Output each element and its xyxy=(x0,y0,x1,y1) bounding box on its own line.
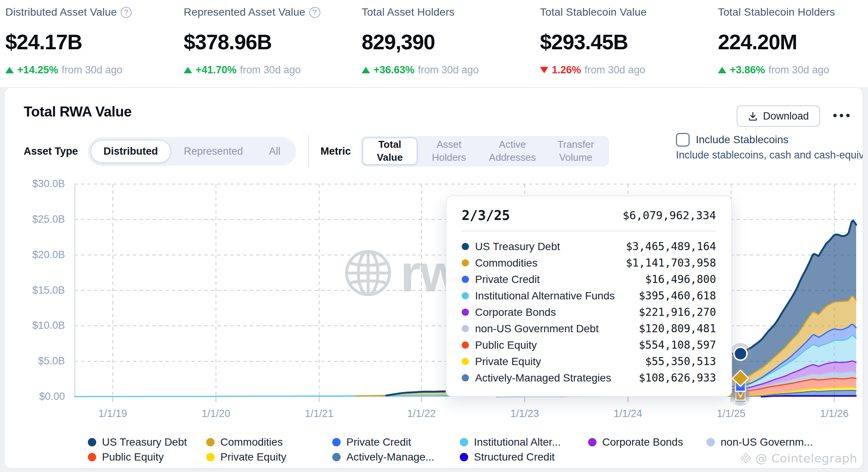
kpi-value: 829,390 xyxy=(362,30,540,54)
chart-tooltip: 2/3/25 $6,079,962,334 US Treasury Debt$3… xyxy=(446,196,732,397)
legend-item-public-equity[interactable]: Public Equity xyxy=(88,451,164,463)
include-stablecoins-description: Include stablecoins, cash and cash-equiv… xyxy=(676,149,863,161)
tooltip-series-label: Actively-Managed Strategies xyxy=(475,372,611,384)
x-axis-label: 1/1/21 xyxy=(293,408,346,420)
series-color-dot xyxy=(462,292,469,299)
legend-color-dot xyxy=(588,438,596,446)
asset-type-option-represented[interactable]: Represented xyxy=(171,140,256,163)
tooltip-series-value: $120,809,481 xyxy=(639,322,716,335)
metric-tab-active-addresses[interactable]: Active Addresses xyxy=(481,136,544,166)
kpi-value: 224.20M xyxy=(718,30,868,54)
asset-type-option-all[interactable]: All xyxy=(256,140,293,163)
legend-label: Structured Credit xyxy=(474,451,555,463)
series-color-dot xyxy=(462,374,469,381)
x-axis-label: 1/1/22 xyxy=(395,408,448,420)
legend-color-dot xyxy=(332,453,341,461)
controls-divider xyxy=(308,135,309,167)
metric-tab-total-value[interactable]: Total Value xyxy=(362,137,417,165)
legend-label: Public Equity xyxy=(102,451,164,463)
legend-label: Actively-Manage... xyxy=(346,451,434,463)
kpi-label-row: Total Asset Holders xyxy=(362,4,540,21)
tooltip-row-left: Private Equity xyxy=(462,356,541,368)
tooltip-row-left: Public Equity xyxy=(462,339,537,351)
cointelegraph-logo-icon xyxy=(740,453,752,464)
kpi-delta-percent: +36.63% xyxy=(373,64,414,76)
asset-type-option-distributed[interactable]: Distributed xyxy=(91,140,171,163)
help-icon[interactable]: ? xyxy=(121,7,132,18)
kpi-value: $293.45B xyxy=(540,30,718,54)
tooltip-series-label: Private Equity xyxy=(475,356,541,368)
tooltip-row-left: Private Credit xyxy=(462,273,540,286)
kpi-card: Distributed Asset Value?$24.17B+14.25%fr… xyxy=(5,3,184,87)
tooltip-row: Corporate Bonds$221,916,270 xyxy=(462,304,716,320)
tooltip-date: 2/3/25 xyxy=(462,208,510,223)
tooltip-series-value: $395,460,618 xyxy=(639,289,716,302)
legend-item-private-credit[interactable]: Private Credit xyxy=(332,436,411,448)
help-icon[interactable]: ? xyxy=(309,7,320,18)
metric-tab-asset-holders[interactable]: Asset Holders xyxy=(417,136,481,166)
tooltip-row-left: Commodities xyxy=(462,257,537,269)
y-axis-label: $15.0B xyxy=(5,284,65,296)
legend-color-dot xyxy=(332,438,341,446)
y-axis-label: $0.00 xyxy=(5,391,65,402)
legend-label: Private Equity xyxy=(220,451,286,463)
tooltip-divider xyxy=(462,231,716,231)
legend-item-commodities[interactable]: Commodities xyxy=(206,436,283,448)
tooltip-row: US Treasury Debt$3,465,489,164 xyxy=(462,238,716,255)
legend-color-dot xyxy=(460,453,468,461)
legend-color-dot xyxy=(460,438,468,446)
tooltip-row: Private Credit$16,496,800 xyxy=(462,271,716,288)
card-title: Total RWA Value xyxy=(24,104,132,120)
legend-item-non-us-governm-[interactable]: non-US Governm... xyxy=(706,436,813,448)
tooltip-series-label: Public Equity xyxy=(475,339,537,351)
kpi-label-row: Total Stablecoin Value xyxy=(540,4,718,21)
metric-tab-transfer-volume[interactable]: Transfer Volume xyxy=(544,136,608,166)
total-rwa-card: Total RWA Value Download Asset Type Dist… xyxy=(4,87,863,469)
tooltip-series-value: $55,350,513 xyxy=(645,355,716,368)
series-color-dot xyxy=(462,243,469,250)
kpi-delta: +36.63%from 30d ago xyxy=(362,64,540,76)
legend-color-dot xyxy=(88,438,96,446)
legend-label: non-US Governm... xyxy=(721,436,813,448)
kpi-delta-suffix: from 30d ago xyxy=(240,64,301,76)
controls-row: Asset Type DistributedRepresentedAll Met… xyxy=(24,134,609,169)
kpi-label: Total Stablecoin Holders xyxy=(718,6,835,18)
kpi-delta: +3.86%from 30d ago xyxy=(718,64,868,76)
metric-tabs: Total ValueAsset HoldersActive Addresses… xyxy=(361,136,609,166)
overflow-menu-button[interactable] xyxy=(831,112,852,120)
series-color-dot xyxy=(462,358,469,365)
kpi-value: $24.17B xyxy=(5,30,184,54)
y-axis-label: $20.0B xyxy=(5,249,65,261)
kpi-label-row: Total Stablecoin Holders xyxy=(718,4,868,21)
legend-item-us-treasury-debt[interactable]: US Treasury Debt xyxy=(88,436,187,448)
source-watermark-text: @ Cointelegraph xyxy=(755,451,857,465)
kpi-delta-suffix: from 30d ago xyxy=(585,64,645,76)
legend-item-actively-manage-[interactable]: Actively-Manage... xyxy=(332,451,434,463)
asset-type-segmented: DistributedRepresentedAll xyxy=(88,137,296,166)
y-axis-label: $5.0B xyxy=(5,355,65,367)
tooltip-row-left: Institutional Alternative Funds xyxy=(462,290,615,302)
legend-item-institutional-alter-[interactable]: Institutional Alter... xyxy=(460,436,561,448)
legend-item-structured-credit[interactable]: Structured Credit xyxy=(460,451,555,463)
download-label: Download xyxy=(763,110,809,122)
tooltip-row-left: US Treasury Debt xyxy=(462,241,560,253)
download-button[interactable]: Download xyxy=(737,105,820,127)
tooltip-series-label: Private Credit xyxy=(475,273,540,286)
tooltip-series-label: non-US Government Debt xyxy=(475,323,599,335)
metric-label: Metric xyxy=(320,145,351,157)
tooltip-series-label: Corporate Bonds xyxy=(475,306,556,318)
asset-type-label: Asset Type xyxy=(24,145,78,157)
legend-item-corporate-bonds[interactable]: Corporate Bonds xyxy=(588,436,683,448)
legend-color-dot xyxy=(206,453,215,461)
legend-label: Corporate Bonds xyxy=(602,436,683,448)
arrow-up-icon xyxy=(718,67,726,73)
tooltip-series-value: $3,465,489,164 xyxy=(626,240,716,253)
series-color-dot xyxy=(462,325,469,332)
tooltip-series-label: US Treasury Debt xyxy=(475,241,560,253)
x-axis-label: 1/1/23 xyxy=(498,408,551,420)
legend-item-private-equity[interactable]: Private Equity xyxy=(206,451,286,463)
include-stablecoins-checkbox[interactable] xyxy=(676,133,690,147)
kpi-delta-percent: +3.86% xyxy=(730,64,765,76)
kpi-label: Represented Asset Value xyxy=(184,6,305,18)
tooltip-total: $6,079,962,334 xyxy=(623,209,716,222)
